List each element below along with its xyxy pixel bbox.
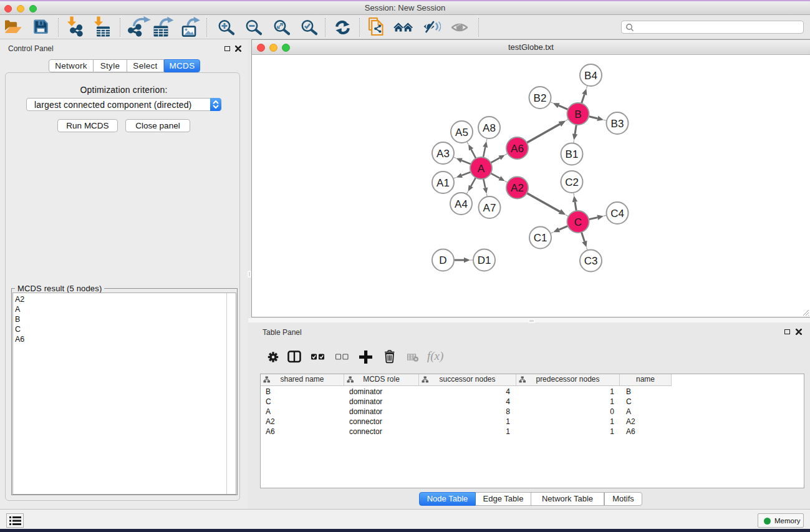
svg-text:B3: B3 [611, 118, 624, 130]
svg-text:C1: C1 [534, 232, 547, 244]
svg-text:C4: C4 [610, 208, 624, 220]
svg-text:A2: A2 [511, 182, 524, 194]
svg-text:B2: B2 [534, 92, 547, 104]
svg-text:A1: A1 [436, 177, 450, 189]
svg-text:D1: D1 [478, 254, 491, 266]
svg-text:C3: C3 [584, 255, 598, 267]
svg-text:C2: C2 [565, 177, 579, 188]
svg-text:A6: A6 [511, 143, 524, 155]
svg-text:A7: A7 [483, 202, 496, 214]
svg-text:A5: A5 [455, 127, 468, 138]
svg-text:B: B [574, 109, 581, 120]
svg-text:B4: B4 [584, 70, 597, 82]
svg-text:D: D [439, 254, 446, 266]
svg-text:A: A [478, 163, 485, 175]
svg-text:A4: A4 [455, 198, 468, 210]
svg-text:A3: A3 [436, 148, 450, 160]
svg-text:C: C [574, 216, 582, 228]
svg-text:B1: B1 [566, 148, 579, 160]
svg-text:A8: A8 [483, 122, 496, 134]
